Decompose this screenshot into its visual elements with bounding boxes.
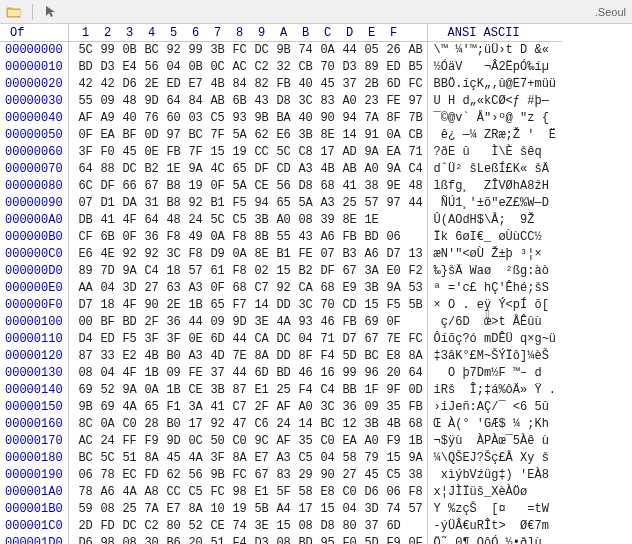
hex-byte[interactable]: 64	[75, 161, 97, 178]
hex-row[interactable]: AC24FFF99D0C50C09CAF35C0EAA0F91B	[69, 433, 427, 450]
hex-byte[interactable]: 40	[119, 110, 141, 127]
hex-byte[interactable]: FB	[163, 144, 185, 161]
ascii-row[interactable]: Ôíõç?ó mDÊÜ q×g~ü	[428, 331, 562, 348]
hex-byte[interactable]: 4A	[119, 484, 141, 501]
ascii-row[interactable]: U H d„«kCØ<ƒ #þ—	[428, 93, 562, 110]
hex-byte[interactable]: BC	[361, 348, 383, 365]
hex-byte[interactable]: D7	[339, 331, 361, 348]
hex-byte[interactable]: 8A	[405, 348, 427, 365]
hex-byte[interactable]: 42	[97, 76, 119, 93]
offset-cell[interactable]: 000000E0	[0, 280, 68, 297]
hex-byte[interactable]: 64	[405, 365, 427, 382]
ascii-row[interactable]: Ö˜ 0¶ QôÓ ½•ð]ù	[428, 535, 562, 544]
hex-byte[interactable]: AF	[273, 399, 295, 416]
hex-byte[interactable]: 08	[295, 518, 317, 535]
hex-byte[interactable]: 44	[229, 331, 251, 348]
hex-byte[interactable]: 67	[361, 331, 383, 348]
hex-byte[interactable]: A4	[273, 501, 295, 518]
hex-byte[interactable]: 3C	[317, 399, 339, 416]
hex-byte[interactable]: 8E	[317, 127, 339, 144]
hex-row[interactable]: 5509489D6484AB6B43D83C83A023FE97	[69, 93, 427, 110]
hex-row[interactable]: CF6B0F36F8490AF88B5543A6FBBD06	[69, 229, 427, 246]
hex-byte[interactable]: C0	[317, 433, 339, 450]
offset-cell[interactable]: 00000040	[0, 110, 68, 127]
hex-byte[interactable]: 55	[75, 93, 97, 110]
hex-byte[interactable]: F4	[317, 348, 339, 365]
hex-byte[interactable]: 04	[339, 501, 361, 518]
hex-byte[interactable]: CB	[295, 59, 317, 76]
hex-byte[interactable]: 1E	[361, 212, 383, 229]
hex-byte[interactable]: D6	[119, 76, 141, 93]
hex-byte[interactable]: 40	[295, 110, 317, 127]
hex-byte[interactable]: 8F	[295, 348, 317, 365]
ascii-row[interactable]: æN'"<øÙ Ž±þ ³¦×	[428, 246, 562, 263]
hex-byte[interactable]: 58	[339, 450, 361, 467]
hex-byte[interactable]: 9D	[163, 433, 185, 450]
hex-byte[interactable]: BA	[273, 110, 295, 127]
hex-byte[interactable]: C5	[207, 110, 229, 127]
hex-byte[interactable]: D7	[75, 297, 97, 314]
hex-byte[interactable]: 3C	[295, 93, 317, 110]
ascii-row[interactable]: xìýbVźüg‡) 'EÀ8	[428, 467, 562, 484]
hex-byte[interactable]: DA	[119, 195, 141, 212]
hex-byte[interactable]: F9	[383, 535, 405, 544]
hex-byte[interactable]: 88	[97, 161, 119, 178]
hex-byte[interactable]: B1	[273, 246, 295, 263]
hex-byte[interactable]: 4B	[207, 76, 229, 93]
hex-byte[interactable]: 14	[295, 416, 317, 433]
hex-byte[interactable]: A0	[273, 212, 295, 229]
hex-byte[interactable]: 92	[207, 416, 229, 433]
hex-byte[interactable]: 09	[97, 93, 119, 110]
hex-byte[interactable]: FD	[141, 467, 163, 484]
hex-byte[interactable]: F1	[163, 399, 185, 416]
hex-byte[interactable]: 90	[141, 297, 163, 314]
hex-byte[interactable]: BF	[119, 127, 141, 144]
hex-byte[interactable]: 8A	[229, 450, 251, 467]
hex-byte[interactable]: BC	[185, 127, 207, 144]
ascii-row[interactable]: ¯©@v` Å"›º@ "z {	[428, 110, 562, 127]
hex-byte[interactable]: 07	[317, 246, 339, 263]
hex-byte[interactable]: D6	[75, 535, 97, 544]
hex-byte[interactable]: E2	[119, 348, 141, 365]
hex-byte[interactable]: 48	[119, 93, 141, 110]
hex-byte[interactable]: 56	[185, 467, 207, 484]
hex-byte[interactable]: 41	[339, 178, 361, 195]
hex-byte[interactable]: F8	[185, 246, 207, 263]
hex-byte[interactable]: 24	[273, 416, 295, 433]
hex-row[interactable]: 0678ECFD62569BFC678329902745C538	[69, 467, 427, 484]
hex-byte[interactable]: AB	[207, 93, 229, 110]
hex-byte[interactable]: 4B	[383, 416, 405, 433]
hex-byte[interactable]: 33	[97, 348, 119, 365]
hex-byte[interactable]: A3	[185, 280, 207, 297]
hex-byte[interactable]: 7A	[141, 501, 163, 518]
hex-byte[interactable]: 3B	[361, 280, 383, 297]
hex-row[interactable]: 897D9AC4185761F80215B2DF673AE0F2	[69, 263, 427, 280]
hex-byte[interactable]: F4	[229, 535, 251, 544]
hex-byte[interactable]: 3B	[207, 42, 229, 59]
hex-byte[interactable]: BD	[361, 229, 383, 246]
hex-byte[interactable]: 2E	[141, 76, 163, 93]
hex-byte[interactable]: 4A	[185, 450, 207, 467]
hex-byte[interactable]: 1B	[163, 382, 185, 399]
hex-byte[interactable]: FB	[273, 76, 295, 93]
hex-byte[interactable]: 2F	[141, 314, 163, 331]
hex-byte[interactable]: C8	[295, 144, 317, 161]
hex-byte[interactable]: E9	[339, 280, 361, 297]
hex-byte[interactable]: 39	[317, 212, 339, 229]
hex-byte[interactable]: 50	[207, 433, 229, 450]
hex-byte[interactable]: A3	[185, 348, 207, 365]
hex-byte[interactable]: 83	[317, 93, 339, 110]
hex-byte[interactable]: 25	[119, 501, 141, 518]
hex-byte[interactable]: CE	[251, 178, 273, 195]
hex-byte[interactable]: 05	[361, 42, 383, 59]
hex-byte[interactable]: 38	[405, 467, 427, 484]
hex-byte[interactable]: 3F	[75, 144, 97, 161]
hex-byte[interactable]: D7	[383, 246, 405, 263]
hex-byte[interactable]: 1F	[361, 382, 383, 399]
hex-byte[interactable]: FB	[405, 399, 427, 416]
hex-byte[interactable]: CE	[185, 382, 207, 399]
ascii-row[interactable]: ¼\QŠEJ?Šç£Å Xy š	[428, 450, 562, 467]
hex-byte[interactable]: E1	[251, 382, 273, 399]
hex-row[interactable]: 5C990BBC92993BFCDC9B740A440526AB	[69, 42, 427, 59]
hex-byte[interactable]: 90	[317, 110, 339, 127]
